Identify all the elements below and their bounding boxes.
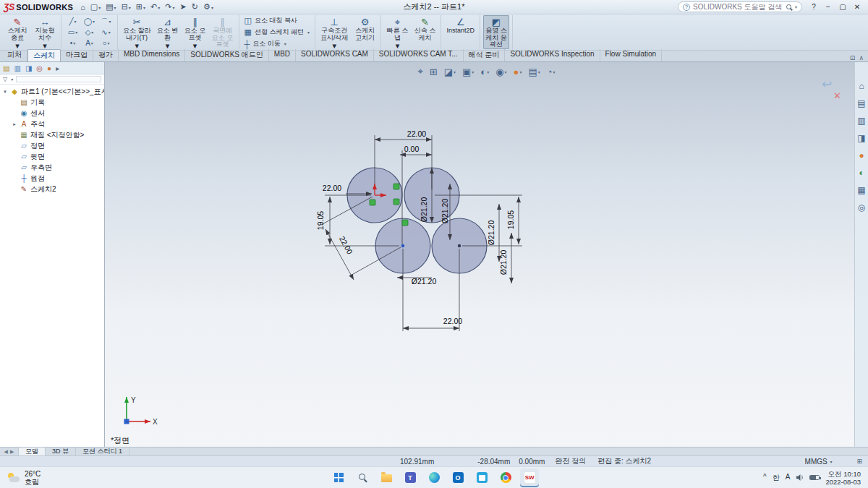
quick-snaps-button[interactable]: ⌖빠른 스냅▾ xyxy=(384,15,410,49)
tree-item[interactable]: ▾◆파트1 (기본<<기본>>_표시 상태 1 xyxy=(0,86,104,97)
display-delete-relations-button[interactable]: ⊥구속조건표시/삭제▾ xyxy=(318,15,351,49)
sketch-point[interactable] xyxy=(401,244,404,247)
dimension-text[interactable]: 19.05 xyxy=(506,210,515,229)
study-tab[interactable]: 모션 스터디 1 xyxy=(76,448,129,455)
weather-widget[interactable]: 26°C 흐림 xyxy=(7,470,41,486)
help-icon[interactable]: ? xyxy=(807,3,821,11)
select-icon[interactable]: ➤ xyxy=(180,2,187,12)
collapse-ribbon-icon[interactable]: ∧ xyxy=(859,54,864,61)
dimension-text[interactable]: Ø21.20 xyxy=(487,221,495,246)
relation-badge[interactable] xyxy=(393,184,399,189)
dimxpert-tab-icon[interactable]: ◎ xyxy=(36,64,43,72)
repair-sketch-button[interactable]: ⚙스케치고치기 xyxy=(352,15,378,49)
ime-mode-indicator[interactable]: A xyxy=(786,473,791,483)
circle-tool[interactable]: ◯▾ xyxy=(81,16,98,27)
expand-arrow-icon[interactable]: ▾ xyxy=(2,89,8,95)
text-tool[interactable]: A▾ xyxy=(81,38,98,48)
edit-appearance-icon[interactable]: ●▾ xyxy=(514,67,522,77)
point-tool[interactable]: •▾ xyxy=(64,38,81,48)
ribbon-tab[interactable]: SOLIDWORKS 애드인 xyxy=(185,49,269,61)
speaker-icon[interactable] xyxy=(796,474,804,481)
taskbar-store-icon[interactable] xyxy=(472,468,491,487)
study-tab[interactable]: 모델 xyxy=(19,448,46,455)
filter-funnel-icon[interactable]: ▽ xyxy=(3,76,7,82)
maximize-icon[interactable]: ▢ xyxy=(835,3,850,11)
chevron-down-icon[interactable]: ▾ xyxy=(795,4,797,9)
rapid-sketch-button[interactable]: ✎신속 스케치 xyxy=(412,15,438,49)
dimension-text[interactable]: 22.00 xyxy=(407,129,426,138)
taskbar-edge-icon[interactable] xyxy=(425,468,443,487)
undo-icon[interactable]: ↶▾ xyxy=(150,2,160,12)
apply-scene-icon[interactable]: ▤▾ xyxy=(528,67,540,77)
ellipse-tool[interactable]: ○▾ xyxy=(98,38,114,48)
featuremanager-tab-icon[interactable]: ▤ xyxy=(3,64,9,72)
battery-icon[interactable] xyxy=(809,475,820,480)
display-style-icon[interactable]: ◐▾ xyxy=(480,67,489,77)
arc-tool[interactable]: ⌒▾ xyxy=(98,16,114,27)
trim-entities-button[interactable]: ✂요소 잘라내기(T)▾ xyxy=(121,15,153,49)
tree-item[interactable]: ▱우측면 xyxy=(0,162,104,173)
print-icon[interactable]: ⊞▾ xyxy=(136,2,145,12)
tree-item[interactable]: ▦재질 <지정안함> xyxy=(0,129,104,140)
help-search-input[interactable]: ? SOLIDWORKS 도움말 검색 ▾ xyxy=(678,1,802,12)
view-settings-icon[interactable]: ◔▾ xyxy=(547,67,556,77)
minimize-icon[interactable]: − xyxy=(821,3,835,11)
status-options-icon[interactable]: ⊞ xyxy=(856,458,862,465)
zoom-fit-icon[interactable]: ⌖ xyxy=(417,66,422,77)
file-explorer-icon[interactable]: ▥ xyxy=(857,116,865,126)
tree-item[interactable]: ▱윗면 xyxy=(0,151,104,162)
exit-sketch-button[interactable]: ✎스케치종료▾ xyxy=(4,15,30,49)
confirm-exit-sketch-icon[interactable]: ↩ xyxy=(822,77,848,92)
ribbon-tab[interactable]: 마크업 xyxy=(61,49,93,61)
propertymanager-tab-icon[interactable]: ▥ xyxy=(14,64,20,72)
ribbon-tab[interactable]: SOLIDWORKS CAM xyxy=(296,49,374,61)
sketch-point[interactable] xyxy=(458,244,461,247)
spline-tool[interactable]: ∿▾ xyxy=(98,27,114,38)
hide-show-items-icon[interactable]: ◉▾ xyxy=(495,67,506,77)
resources-home-icon[interactable]: ⌂ xyxy=(859,81,864,91)
view-orientation-icon[interactable]: ▣▾ xyxy=(462,67,474,77)
dimension-text[interactable]: Ø21.20 xyxy=(420,197,428,223)
ribbon-tab[interactable]: SOLIDWORKS Inspection xyxy=(505,49,600,61)
dimension-text[interactable]: 19.05 xyxy=(316,211,325,230)
taskbar-windows-icon[interactable] xyxy=(329,468,348,487)
line-tool[interactable]: ╱▾ xyxy=(64,16,81,27)
move-entities-button[interactable]: ┼요소 이동▾ xyxy=(242,38,312,49)
ime-korean-indicator[interactable]: 한 xyxy=(773,473,780,483)
taskbar-solidworks-icon[interactable]: SW xyxy=(520,468,539,487)
search-icon[interactable] xyxy=(786,4,791,9)
dimension-text[interactable]: Ø21.20 xyxy=(441,199,449,224)
panel-expand-icon[interactable]: ▸ xyxy=(56,64,59,72)
save-icon[interactable]: ⊟▾ xyxy=(122,2,131,12)
taskbar-chrome-icon[interactable] xyxy=(496,468,515,487)
relation-badge[interactable] xyxy=(402,220,408,226)
tree-item[interactable]: ┼원점 xyxy=(0,173,104,184)
dimension-text[interactable]: Ø21.20 xyxy=(499,250,508,275)
unit-system-selector[interactable]: MMGS ▾ xyxy=(805,458,833,466)
expand-arrow-icon[interactable]: ▸ xyxy=(12,121,17,127)
ribbon-tab[interactable]: 평가 xyxy=(93,49,119,61)
dimension-text[interactable]: 22.00 xyxy=(443,317,462,325)
convert-entities-button[interactable]: ⊿요소 변환▾ xyxy=(155,15,181,49)
custom-properties-icon[interactable]: ▦ xyxy=(857,185,865,195)
tab-scroll-icon[interactable]: ▶ xyxy=(10,449,14,455)
filter-input[interactable] xyxy=(16,76,101,82)
tab-scroll-buttons[interactable]: ◀▶ xyxy=(0,448,19,455)
chevron-down-icon[interactable]: ▾ xyxy=(11,77,13,82)
relation-badge[interactable] xyxy=(370,200,375,205)
options-gear-icon[interactable]: ⚙▾ xyxy=(203,2,213,12)
graphics-area[interactable]: 22.000.0022.0019.0522.00Ø21.20Ø21.20Ø21.… xyxy=(105,62,868,447)
instant2d-button[interactable]: ∠Instant2D xyxy=(444,15,477,49)
taskbar-outlook-icon[interactable]: O xyxy=(448,468,467,487)
taskbar-search-icon[interactable] xyxy=(353,468,372,487)
tab-scroll-icon[interactable]: ◀ xyxy=(4,449,8,455)
scenes-icon[interactable]: ◐ xyxy=(859,168,864,178)
dimension-text[interactable]: 0.00 xyxy=(404,145,420,153)
offset-entities-button[interactable]: ∥요소 오프셋▾ xyxy=(182,15,208,49)
open-file-icon[interactable]: ▤▾ xyxy=(106,2,116,12)
tree-item[interactable]: ▤기록 xyxy=(0,97,104,108)
tearoff-tab-icon[interactable]: ⊡ xyxy=(850,54,856,61)
tree-item[interactable]: ▱정면 xyxy=(0,140,104,151)
configurationmanager-tab-icon[interactable]: ◨ xyxy=(25,64,32,72)
ribbon-tab[interactable]: 해석 준비 xyxy=(464,49,506,61)
